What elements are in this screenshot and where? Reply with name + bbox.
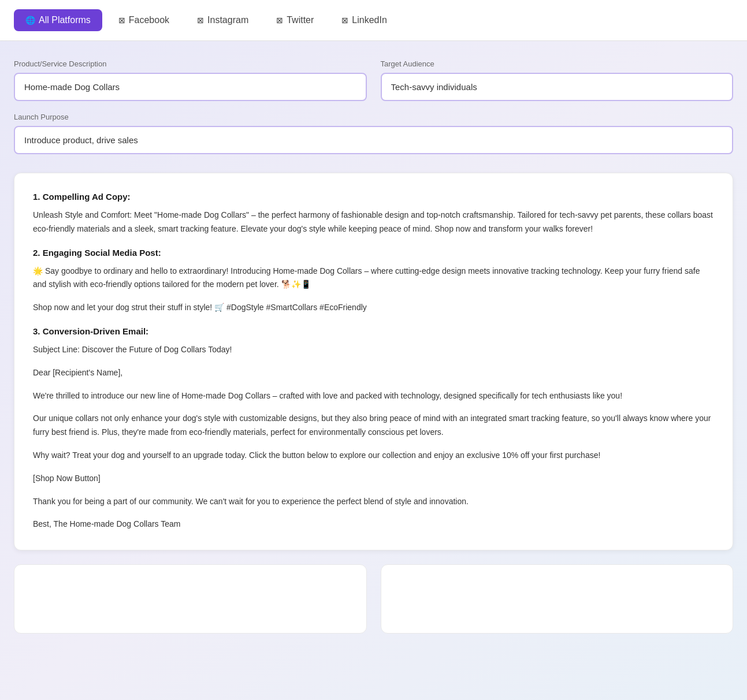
linkedin-icon: ⊠ (341, 16, 348, 25)
form-row-top: Product/Service Description Target Audie… (14, 59, 733, 101)
product-service-group: Product/Service Description (14, 59, 367, 101)
section3-subject: Subject Line: Discover the Future of Dog… (33, 343, 714, 357)
tab-instagram[interactable]: ⊠ Instagram (185, 9, 260, 31)
platform-navigation: 🌐 All Platforms ⊠ Facebook ⊠ Instagram ⊠… (0, 0, 747, 41)
section2-heading: 2. Engaging Social Media Post: (33, 248, 714, 258)
tab-all-platforms-label: All Platforms (39, 15, 91, 25)
target-audience-label: Target Audience (381, 59, 734, 68)
tab-facebook-label: Facebook (129, 15, 169, 25)
bottom-card-left (14, 564, 367, 634)
twitter-icon: ⊠ (276, 16, 283, 25)
tab-facebook[interactable]: ⊠ Facebook (107, 9, 181, 31)
tab-twitter-label: Twitter (287, 15, 314, 25)
launch-purpose-section: Launch Purpose (14, 113, 733, 154)
section2-body2: Shop now and let your dog strut their st… (33, 301, 714, 315)
section2-body1: 🌟 Say goodbye to ordinary and hello to e… (33, 265, 714, 292)
form-section: Product/Service Description Target Audie… (14, 59, 733, 154)
section1-heading: 1. Compelling Ad Copy: (33, 192, 714, 202)
section3-para3: Why wait? Treat your dog and yourself to… (33, 449, 714, 463)
section3-para1: We're thrilled to introduce our new line… (33, 389, 714, 403)
product-service-input[interactable] (14, 73, 367, 101)
tab-twitter[interactable]: ⊠ Twitter (265, 9, 325, 31)
launch-purpose-label: Launch Purpose (14, 113, 733, 121)
section3-button-placeholder: [Shop Now Button] (33, 472, 714, 486)
facebook-icon: ⊠ (118, 16, 125, 25)
product-service-label: Product/Service Description (14, 59, 367, 68)
bottom-row (14, 564, 733, 634)
launch-purpose-input[interactable] (14, 126, 733, 154)
section3-closing2: Best, The Home-made Dog Collars Team (33, 517, 714, 531)
tab-linkedin-label: LinkedIn (352, 15, 387, 25)
section3-para2: Our unique collars not only enhance your… (33, 412, 714, 440)
tab-instagram-label: Instagram (207, 15, 248, 25)
bottom-card-right (381, 564, 734, 634)
tab-all-platforms[interactable]: 🌐 All Platforms (14, 9, 102, 31)
main-content: Product/Service Description Target Audie… (0, 41, 747, 652)
target-audience-group: Target Audience (381, 59, 734, 101)
tab-linkedin[interactable]: ⊠ LinkedIn (330, 9, 399, 31)
section3-closing1: Thank you for being a part of our commun… (33, 495, 714, 509)
section3-greeting: Dear [Recipient's Name], (33, 366, 714, 380)
globe-icon: 🌐 (25, 16, 35, 25)
target-audience-input[interactable] (381, 73, 734, 101)
section3-heading: 3. Conversion-Driven Email: (33, 326, 714, 336)
section1-body: Unleash Style and Comfort: Meet "Home-ma… (33, 208, 714, 236)
result-card: 1. Compelling Ad Copy: Unleash Style and… (14, 173, 733, 550)
instagram-icon: ⊠ (197, 16, 204, 25)
